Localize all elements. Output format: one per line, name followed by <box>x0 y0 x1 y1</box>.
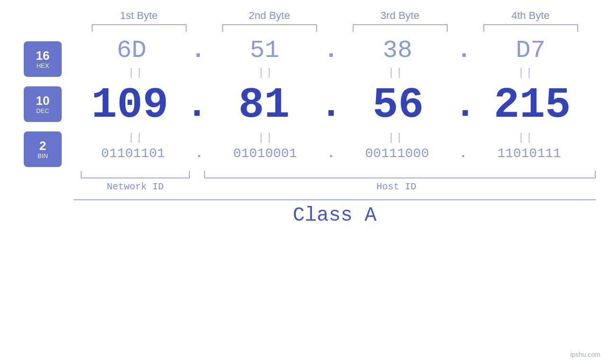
hex-b2: 51 <box>207 37 321 65</box>
main-container: 1st Byte 2nd Byte 3rd Byte 4th Byte 16 H… <box>0 0 610 364</box>
bin-dot2: . <box>327 146 335 161</box>
byte4-header: 4th Byte <box>474 9 588 22</box>
hex-b1: 6D <box>75 37 188 65</box>
byte-headers: 1st Byte 2nd Byte 3rd Byte 4th Byte <box>0 9 610 22</box>
hex-dot3: . <box>457 37 471 65</box>
bin-badge-label: BIN <box>38 152 48 159</box>
badges-column: 16 HEX 10 DEC 2 BIN <box>0 41 66 167</box>
bin-badge: 2 BIN <box>24 131 62 167</box>
network-id-label: Network ID <box>74 181 197 192</box>
eq1-b4: || <box>469 67 583 79</box>
hex-badge-number: 16 <box>36 49 50 63</box>
hex-b4: D7 <box>474 37 588 65</box>
id-labels-row: Network ID Host ID <box>0 181 610 192</box>
dec-b4: 215 <box>475 81 589 130</box>
host-id-label: Host ID <box>197 181 596 192</box>
values-grid: 6D . 51 . 38 . D7 || || || || 109 . 81 . <box>66 37 610 167</box>
dec-dot3: . <box>454 84 477 127</box>
eq1-b1: || <box>79 67 193 79</box>
eq2-b3: || <box>339 132 453 144</box>
eq2-b2: || <box>209 132 323 144</box>
dec-b3: 56 <box>341 81 455 130</box>
bin-dot3: . <box>459 146 467 161</box>
bin-b4: 11010111 <box>472 146 586 161</box>
dec-dot2: . <box>319 84 342 127</box>
bracket-bottom-network <box>81 171 190 178</box>
dec-dot1: . <box>186 84 208 127</box>
eq1-b3: || <box>339 67 453 79</box>
class-bar <box>74 199 596 200</box>
hex-dot1: . <box>191 37 206 65</box>
equals-row-1: || || || || <box>66 65 596 81</box>
eq1-b2: || <box>209 67 323 79</box>
hex-badge: 16 HEX <box>24 41 62 77</box>
eq2-b1: || <box>79 132 193 144</box>
hex-row: 6D . 51 . 38 . D7 <box>66 37 596 65</box>
dec-badge: 10 DEC <box>24 86 62 122</box>
byte3-header: 3rd Byte <box>343 9 457 22</box>
bottom-brackets-row <box>0 171 610 178</box>
dec-row: 109 . 81 . 56 . 215 <box>66 81 596 130</box>
hex-badge-label: HEX <box>37 62 49 69</box>
equals-row-2: || || || || <box>66 130 596 146</box>
watermark: ipshu.com <box>570 351 601 358</box>
dec-b1: 109 <box>73 81 187 130</box>
bin-dot1: . <box>195 146 203 161</box>
dec-badge-label: DEC <box>36 107 49 114</box>
byte1-header: 1st Byte <box>82 9 196 22</box>
content-area: 16 HEX 10 DEC 2 BIN 6D . 51 . 38 . D7 <box>0 37 610 167</box>
bracket-top-3 <box>353 24 448 32</box>
byte2-header: 2nd Byte <box>213 9 327 22</box>
class-row: Class A <box>0 199 610 227</box>
bin-badge-number: 2 <box>39 139 46 153</box>
bracket-top-4 <box>483 24 578 32</box>
dec-badge-number: 10 <box>36 94 50 108</box>
bin-b1: 01101101 <box>76 146 190 161</box>
bracket-top-2 <box>222 24 317 32</box>
dec-b2: 81 <box>207 81 321 130</box>
class-label: Class A <box>74 204 596 227</box>
bin-row: 01101101 . 01010001 . 00111000 . 1101011… <box>66 146 596 161</box>
eq2-b4: || <box>469 132 583 144</box>
hex-b3: 38 <box>341 37 455 65</box>
bracket-bottom-host <box>204 171 596 178</box>
bin-b2: 01010001 <box>208 146 322 161</box>
hex-dot2: . <box>324 37 338 65</box>
bracket-top-1 <box>92 24 187 32</box>
bin-b3: 00111000 <box>340 146 454 161</box>
top-brackets <box>0 24 610 32</box>
